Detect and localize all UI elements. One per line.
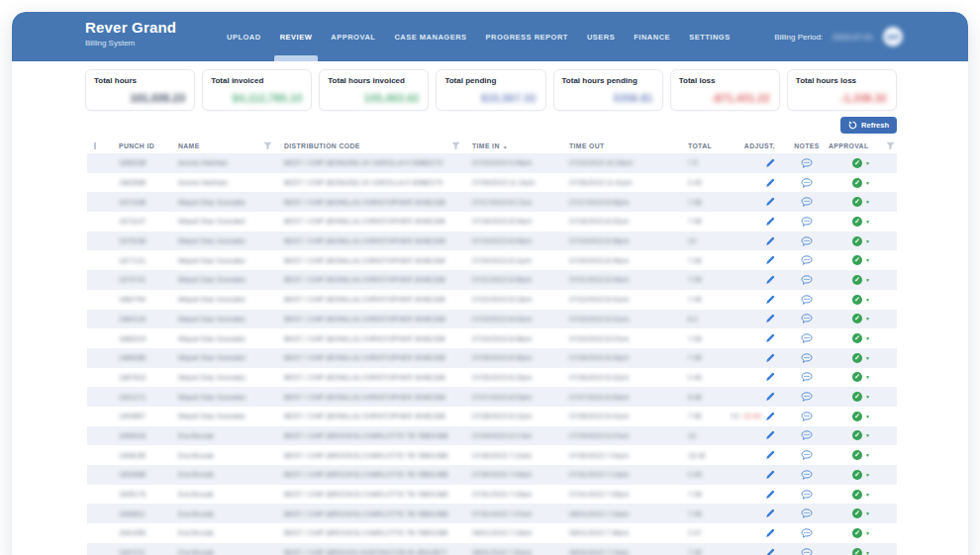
notes-icon[interactable] xyxy=(801,178,813,188)
col-time-out[interactable]: TIME OUT xyxy=(565,142,675,149)
col-notes[interactable]: NOTES xyxy=(785,142,825,149)
edit-pencil-icon[interactable] xyxy=(765,372,775,382)
approved-check-icon[interactable]: ✓ xyxy=(852,392,862,402)
approved-check-icon[interactable]: ✓ xyxy=(852,490,862,500)
approval-dropdown-caret-icon[interactable]: ▼ xyxy=(865,199,870,205)
table-row[interactable]: 1696016 Eva Brozak BEST / CHIP (BROOKS) … xyxy=(87,426,897,446)
nav-item-approval[interactable]: APPROVAL xyxy=(329,12,377,61)
table-row[interactable]: 1673147 Miguel Diaz Gonzalez BEST / CHIP… xyxy=(87,212,897,231)
table-row[interactable]: 1691271 Miguel Diaz Gonzalez BEST / CHIP… xyxy=(87,387,897,407)
approved-check-icon[interactable]: ✓ xyxy=(852,236,862,246)
approval-dropdown-caret-icon[interactable]: ▼ xyxy=(865,219,870,225)
col-total[interactable]: TOTAL xyxy=(675,142,730,149)
nav-item-users[interactable]: USERS xyxy=(585,12,617,61)
edit-pencil-icon[interactable] xyxy=(765,333,775,343)
approval-dropdown-caret-icon[interactable]: ▼ xyxy=(865,257,870,263)
approved-check-icon[interactable]: ✓ xyxy=(852,450,862,460)
approval-dropdown-caret-icon[interactable]: ▼ xyxy=(865,316,870,322)
approval-dropdown-caret-icon[interactable]: ▼ xyxy=(865,510,870,516)
approved-check-icon[interactable]: ✓ xyxy=(852,372,862,382)
sort-asc-icon[interactable]: ▲ xyxy=(503,143,508,149)
edit-pencil-icon[interactable] xyxy=(765,197,775,207)
approval-dropdown-caret-icon[interactable]: ▼ xyxy=(865,472,870,478)
notes-icon[interactable] xyxy=(801,197,813,207)
notes-icon[interactable] xyxy=(801,275,813,285)
distribution-filter-icon[interactable] xyxy=(451,141,460,150)
notes-icon[interactable] xyxy=(801,412,813,421)
table-row[interactable]: 1684134 Miguel Diaz Gonzalez BEST / CHIP… xyxy=(87,310,897,329)
approved-check-icon[interactable]: ✓ xyxy=(852,548,862,555)
notes-icon[interactable] xyxy=(801,490,813,500)
notes-icon[interactable] xyxy=(801,217,813,227)
approved-check-icon[interactable]: ✓ xyxy=(852,255,862,265)
approved-check-icon[interactable]: ✓ xyxy=(852,197,862,207)
edit-pencil-icon[interactable] xyxy=(765,430,775,440)
approved-check-icon[interactable]: ✓ xyxy=(852,158,862,168)
approved-check-icon[interactable]: ✓ xyxy=(852,353,862,363)
notes-icon[interactable] xyxy=(801,528,813,538)
notes-icon[interactable] xyxy=(801,470,813,480)
nav-item-upload[interactable]: UPLOAD xyxy=(225,12,263,61)
name-filter-icon[interactable] xyxy=(263,141,272,150)
approval-filter-icon[interactable] xyxy=(886,141,895,150)
approval-dropdown-caret-icon[interactable]: ▼ xyxy=(865,238,870,244)
edit-pencil-icon[interactable] xyxy=(765,255,775,265)
approval-dropdown-caret-icon[interactable]: ▼ xyxy=(865,414,870,419)
approved-check-icon[interactable]: ✓ xyxy=(852,430,862,440)
table-row[interactable]: 1693857 Miguel Diaz Gonzalez BEST / CHIP… xyxy=(87,407,897,426)
table-row[interactable]: 1835176 Eva Brozak BEST / CHIP (BROOKS) … xyxy=(87,485,897,505)
edit-pencil-icon[interactable] xyxy=(765,314,775,324)
col-distribution-code[interactable]: DISTRIBUTION CODE xyxy=(280,141,468,150)
notes-icon[interactable] xyxy=(801,158,813,168)
approval-dropdown-caret-icon[interactable]: ▼ xyxy=(865,452,870,458)
approved-check-icon[interactable]: ✓ xyxy=(852,275,862,285)
table-row[interactable]: 1679741 Miguel Diaz Gonzalez BEST / CHIP… xyxy=(87,270,897,290)
edit-pencil-icon[interactable] xyxy=(765,450,775,460)
approval-dropdown-caret-icon[interactable]: ▼ xyxy=(865,530,870,536)
notes-icon[interactable] xyxy=(801,295,813,305)
edit-pencil-icon[interactable] xyxy=(765,412,775,421)
select-all-checkbox[interactable] xyxy=(94,142,96,149)
approved-check-icon[interactable]: ✓ xyxy=(852,217,862,227)
billing-period-value[interactable]: 2023-07-01 xyxy=(833,33,873,42)
approval-dropdown-caret-icon[interactable]: ▼ xyxy=(865,374,870,380)
table-row[interactable]: 1836811 Eva Brozak BEST / CHIP (BROOKS) … xyxy=(87,504,897,523)
table-row[interactable]: 1685223 Miguel Diaz Gonzalez BEST / CHIP… xyxy=(87,328,897,348)
edit-pencil-icon[interactable] xyxy=(765,275,775,285)
notes-icon[interactable] xyxy=(801,333,813,343)
nav-item-finance[interactable]: FINANCE xyxy=(632,12,672,61)
refresh-button[interactable]: Refresh xyxy=(840,117,897,134)
table-row[interactable]: 1682754 Miguel Diaz Gonzalez BEST / CHIP… xyxy=(87,290,897,310)
edit-pencil-icon[interactable] xyxy=(765,392,775,402)
notes-icon[interactable] xyxy=(801,392,813,402)
approval-dropdown-caret-icon[interactable]: ▼ xyxy=(865,432,870,438)
col-adjust[interactable]: ADJUST. xyxy=(730,142,785,149)
edit-pencil-icon[interactable] xyxy=(765,236,775,246)
edit-pencil-icon[interactable] xyxy=(765,528,775,538)
notes-icon[interactable] xyxy=(801,372,813,382)
edit-pencil-icon[interactable] xyxy=(765,158,775,168)
approved-check-icon[interactable]: ✓ xyxy=(852,178,862,188)
approved-check-icon[interactable]: ✓ xyxy=(852,528,862,538)
table-row[interactable]: 1671938 Miguel Diaz Gonzalez BEST / CHIP… xyxy=(87,192,897,212)
table-row[interactable]: 1698155 Eva Brozak BEST / CHIP (BROOKS) … xyxy=(87,445,897,465)
approved-check-icon[interactable]: ✓ xyxy=(852,314,862,324)
table-row[interactable]: 1675158 Miguel Diaz Gonzalez BEST / CHIP… xyxy=(87,231,897,251)
col-time-in[interactable]: TIME IN▲ xyxy=(468,142,565,149)
edit-pencil-icon[interactable] xyxy=(765,295,775,305)
edit-pencil-icon[interactable] xyxy=(765,217,775,227)
notes-icon[interactable] xyxy=(801,353,813,363)
col-approval[interactable]: APPROVAL xyxy=(825,141,897,150)
edit-pencil-icon[interactable] xyxy=(765,490,775,500)
col-name[interactable]: NAME xyxy=(174,141,280,150)
table-row[interactable]: 1847211 Eva Brozak BEST / CHIP (BRIGGS) … xyxy=(87,543,897,555)
notes-icon[interactable] xyxy=(801,255,813,265)
edit-pencil-icon[interactable] xyxy=(765,353,775,363)
nav-item-progress-report[interactable]: PROGRESS REPORT xyxy=(484,12,570,61)
nav-item-settings[interactable]: SETTINGS xyxy=(687,12,733,61)
notes-icon[interactable] xyxy=(801,430,813,440)
approval-dropdown-caret-icon[interactable]: ▼ xyxy=(865,394,870,400)
notes-icon[interactable] xyxy=(801,450,813,460)
approval-dropdown-caret-icon[interactable]: ▼ xyxy=(865,550,870,555)
edit-pencil-icon[interactable] xyxy=(765,548,775,555)
